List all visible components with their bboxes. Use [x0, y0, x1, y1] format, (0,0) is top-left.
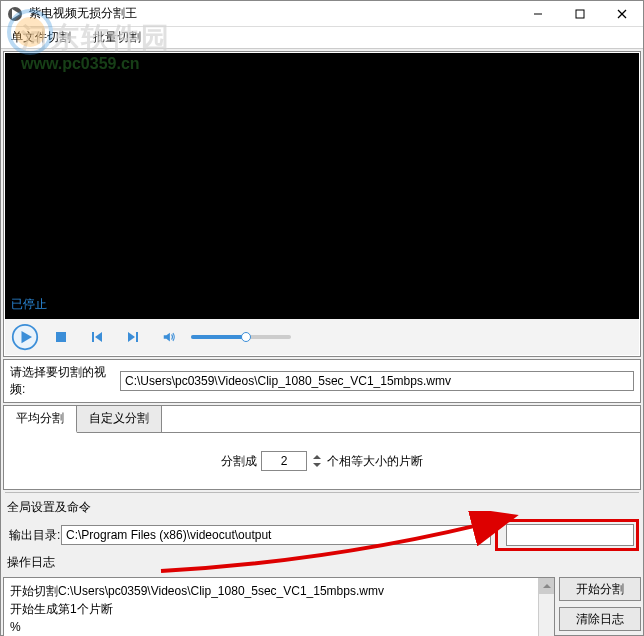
- menu-batch-cut[interactable]: 批量切割: [89, 27, 145, 48]
- minimize-icon: [533, 9, 543, 19]
- log-line: 开始生成第1个片断: [10, 600, 548, 618]
- play-button[interactable]: [11, 323, 39, 351]
- split-count-input[interactable]: [261, 451, 307, 471]
- window-title: 紫电视频无损分割王: [29, 5, 517, 22]
- global-section-label: 全局设置及命令: [1, 495, 643, 520]
- log-line: %: [10, 618, 548, 636]
- video-preview[interactable]: 已停止: [5, 53, 639, 319]
- output-dir-browse[interactable]: [506, 524, 634, 546]
- svg-rect-2: [576, 10, 584, 18]
- select-video-label: 请选择要切割的视频:: [10, 364, 120, 398]
- chevron-up-icon: [311, 452, 323, 461]
- menu-single-file-cut[interactable]: 单文件切割: [7, 27, 75, 48]
- volume-slider[interactable]: [191, 335, 291, 339]
- output-dir-label: 输出目录:: [3, 527, 61, 544]
- svg-rect-8: [136, 332, 138, 342]
- tab-average-split[interactable]: 平均分割: [4, 406, 77, 433]
- log-line: 开始切割C:\Users\pc0359\Videos\Clip_1080_5se…: [10, 582, 548, 600]
- next-button[interactable]: [119, 323, 147, 351]
- close-button[interactable]: [601, 1, 643, 26]
- stop-button[interactable]: [47, 323, 75, 351]
- log-scrollbar[interactable]: [538, 578, 554, 636]
- select-video-input[interactable]: [120, 371, 634, 391]
- log-label: 操作日志: [1, 550, 643, 575]
- annotation-highlight-box: [495, 519, 639, 551]
- svg-rect-6: [56, 332, 66, 342]
- log-textarea[interactable]: 开始切割C:\Users\pc0359\Videos\Clip_1080_5se…: [3, 577, 555, 636]
- split-count-label-right: 个相等大小的片断: [327, 453, 423, 470]
- clear-log-button[interactable]: 清除日志: [559, 607, 641, 631]
- close-icon: [616, 8, 628, 20]
- volume-button[interactable]: [155, 323, 183, 351]
- spinner-up-icon[interactable]: [311, 452, 323, 470]
- tab-custom-split[interactable]: 自定义分割: [77, 406, 162, 432]
- app-icon: [7, 6, 23, 22]
- video-status-label: 已停止: [11, 296, 47, 313]
- volume-icon: [162, 330, 176, 344]
- prev-button[interactable]: [83, 323, 111, 351]
- prev-icon: [90, 330, 104, 344]
- split-count-label-left: 分割成: [221, 453, 257, 470]
- output-dir-input[interactable]: [61, 525, 491, 545]
- svg-rect-7: [92, 332, 94, 342]
- maximize-icon: [575, 9, 585, 19]
- minimize-button[interactable]: [517, 1, 559, 26]
- play-icon: [11, 323, 39, 351]
- stop-icon: [54, 330, 68, 344]
- next-icon: [126, 330, 140, 344]
- maximize-button[interactable]: [559, 1, 601, 26]
- start-split-button[interactable]: 开始分割: [559, 577, 641, 601]
- chevron-down-icon: [311, 461, 323, 470]
- scroll-up-icon[interactable]: [539, 578, 554, 594]
